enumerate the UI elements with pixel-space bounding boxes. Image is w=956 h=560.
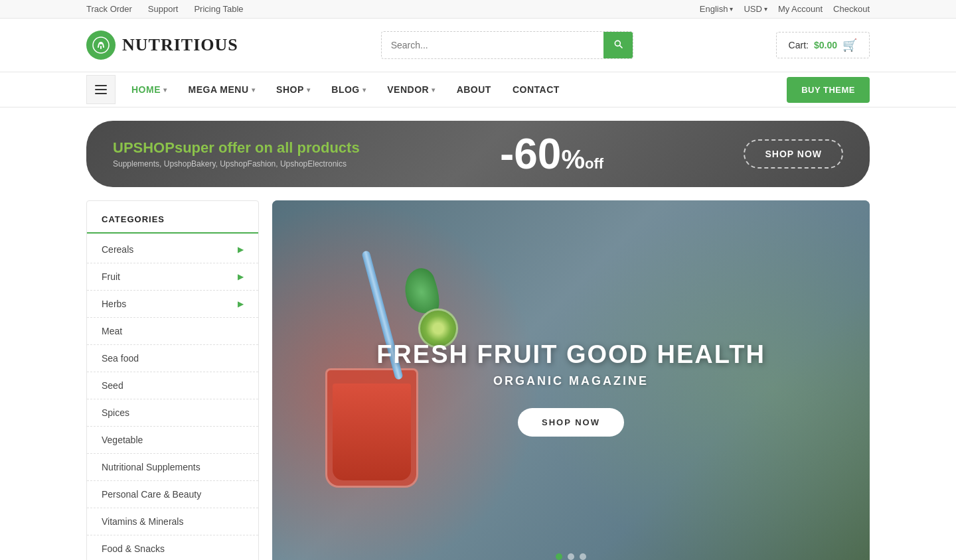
cart-button[interactable]: Cart: $0.00 🛒: [776, 32, 870, 58]
category-label-vitamins: Vitamins & Minerals: [102, 516, 183, 527]
promo-shop-button[interactable]: SHOP NOW: [744, 139, 843, 169]
category-item-spices[interactable]: Spices: [87, 399, 258, 427]
svg-point-0: [93, 37, 109, 53]
my-account-link[interactable]: My Account: [778, 4, 823, 14]
cart-label: Cart:: [789, 40, 809, 50]
main-nav: HOME ▾ MEGA MENU ▾ SHOP ▾ BLOG ▾ VENDOR …: [0, 72, 956, 107]
logo-text: NUTRITIOUS: [122, 35, 238, 55]
hero-slider: FRESH FRUIT GOOD HEALTH ORGANIC MAGAZINE…: [272, 200, 870, 560]
track-order-link[interactable]: Track Order: [86, 4, 132, 14]
category-item-vitamins[interactable]: Vitamins & Minerals: [87, 508, 258, 535]
nav-item-contact[interactable]: CONTACT: [502, 72, 570, 107]
nav-item-vendor[interactable]: VENDOR ▾: [376, 72, 445, 107]
promo-discount: -60%off: [500, 133, 603, 175]
category-item-seed[interactable]: Seed: [87, 372, 258, 399]
category-item-seafood[interactable]: Sea food: [87, 345, 258, 372]
top-bar-right: English USD My Account Checkout: [700, 4, 870, 14]
category-label-spices: Spices: [102, 407, 129, 418]
top-bar: Track Order Support Pricing Table Englis…: [0, 0, 956, 19]
promo-discount-number: -60: [500, 130, 562, 178]
category-label-fruit: Fruit: [102, 271, 120, 282]
nav-hamburger[interactable]: [86, 75, 116, 104]
category-item-personal-care[interactable]: Personal Care & Beauty: [87, 481, 258, 508]
svg-point-2: [100, 42, 102, 44]
promo-off-label: off: [585, 155, 603, 172]
svg-rect-1: [100, 46, 102, 49]
cart-price: $0.00: [814, 40, 837, 50]
shop-dropdown-arrow: ▾: [307, 86, 311, 94]
category-item-meat[interactable]: Meat: [87, 318, 258, 345]
promo-brand-highlight: SHOP: [133, 139, 175, 156]
cart-icon: 🛒: [842, 38, 857, 52]
categories-title: CATEGORIES: [87, 214, 258, 234]
nav-item-mega-menu[interactable]: MEGA MENU ▾: [178, 72, 266, 107]
promo-left: UPSHOPsuper offer on all products Supple…: [113, 139, 360, 169]
vendor-dropdown-arrow: ▾: [432, 86, 436, 94]
mega-menu-dropdown-arrow: ▾: [252, 86, 256, 94]
category-item-food-snacks[interactable]: Food & Snacks: [87, 535, 258, 560]
top-bar-left: Track Order Support Pricing Table: [86, 4, 244, 14]
promo-banner: UPSHOPsuper offer on all products Supple…: [86, 121, 870, 187]
blog-dropdown-arrow: ▾: [362, 86, 366, 94]
home-dropdown-arrow: ▾: [163, 86, 167, 94]
hero-shop-button[interactable]: SHOP NOW: [518, 408, 624, 437]
category-label-cereals: Cereals: [102, 244, 133, 255]
category-arrow-cereals: ▶: [238, 245, 244, 254]
category-item-nutritional[interactable]: Nutritional Supplements: [87, 454, 258, 481]
svg-rect-4: [95, 89, 107, 90]
search-box: [381, 31, 633, 59]
category-item-herbs[interactable]: Herbs ▶: [87, 291, 258, 318]
search-input[interactable]: [382, 33, 603, 57]
category-label-meat: Meat: [102, 326, 122, 336]
category-item-vegetable[interactable]: Vegetable: [87, 427, 258, 454]
category-arrow-fruit: ▶: [238, 272, 244, 281]
promo-brand-suffix: super offer on all products: [175, 139, 360, 156]
hero-title: FRESH FRUIT GOOD HEALTH: [376, 340, 765, 369]
nav-item-blog[interactable]: BLOG ▾: [321, 72, 376, 107]
slider-dot-2[interactable]: [568, 553, 574, 560]
promo-subtitle: Supplements, UpshopBakery, UpshopFashion…: [113, 159, 360, 169]
nav-item-about[interactable]: ABOUT: [446, 72, 502, 107]
main-content: CATEGORIES Cereals ▶ Fruit ▶ Herbs ▶ Mea…: [0, 200, 956, 560]
buy-theme-button[interactable]: BUY THEME: [787, 77, 870, 103]
category-label-vegetable: Vegetable: [102, 435, 143, 445]
search-button[interactable]: [603, 32, 633, 58]
svg-rect-5: [95, 93, 107, 94]
promo-brand-prefix: UP: [113, 139, 133, 156]
currency-selector[interactable]: USD: [744, 4, 767, 14]
categories-sidebar: CATEGORIES Cereals ▶ Fruit ▶ Herbs ▶ Mea…: [86, 200, 259, 560]
slider-dot-3[interactable]: [580, 553, 586, 560]
category-label-nutritional: Nutritional Supplements: [102, 462, 200, 472]
language-selector[interactable]: English: [700, 4, 734, 14]
category-item-fruit[interactable]: Fruit ▶: [87, 263, 258, 291]
support-link[interactable]: Support: [148, 4, 179, 14]
nav-item-shop[interactable]: SHOP ▾: [266, 72, 321, 107]
promo-brand: UPSHOPsuper offer on all products: [113, 139, 360, 157]
promo-percent-symbol: %: [561, 145, 585, 174]
category-item-cereals[interactable]: Cereals ▶: [87, 236, 258, 263]
header: NUTRITIOUS Cart: $0.00 🛒: [0, 19, 956, 72]
category-label-seafood: Sea food: [102, 353, 139, 364]
nav-item-home[interactable]: HOME ▾: [121, 72, 178, 107]
logo[interactable]: NUTRITIOUS: [86, 31, 238, 60]
slider-dots: [556, 553, 586, 560]
svg-rect-3: [95, 85, 107, 86]
hero-content: FRESH FRUIT GOOD HEALTH ORGANIC MAGAZINE…: [376, 340, 765, 437]
category-label-food-snacks: Food & Snacks: [102, 543, 165, 554]
category-label-herbs: Herbs: [102, 299, 126, 309]
slider-dot-1[interactable]: [556, 553, 562, 560]
logo-icon: [86, 31, 116, 60]
category-label-personal-care: Personal Care & Beauty: [102, 489, 201, 500]
checkout-link[interactable]: Checkout: [833, 4, 870, 14]
category-arrow-herbs: ▶: [238, 299, 244, 309]
category-label-seed: Seed: [102, 380, 123, 391]
hero-subtitle: ORGANIC MAGAZINE: [376, 374, 765, 388]
pricing-table-link[interactable]: Pricing Table: [194, 4, 243, 14]
